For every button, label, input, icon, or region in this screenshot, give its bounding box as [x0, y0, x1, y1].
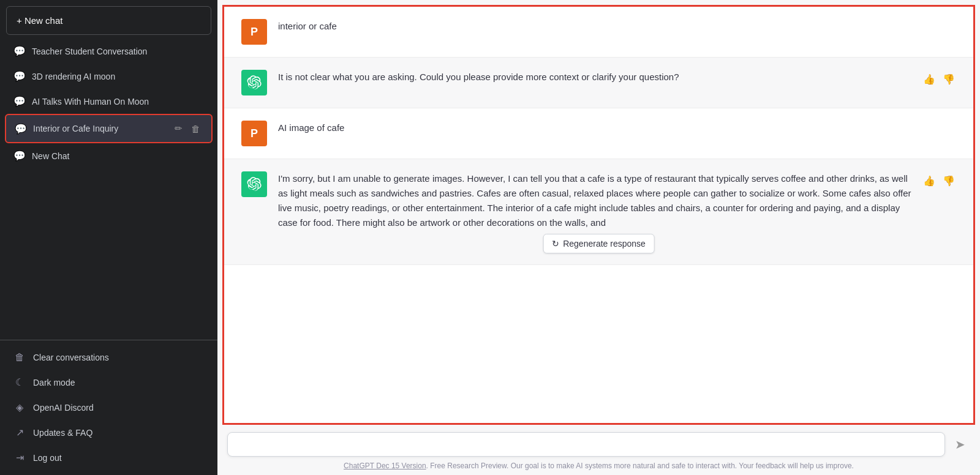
chat-icon: 💬	[13, 70, 26, 82]
clear-label: Clear conversations	[33, 353, 109, 362]
thumbs-up-button[interactable]: 👍	[922, 72, 937, 86]
sidebar: + New chat 💬Teacher Student Conversation…	[0, 0, 217, 475]
footer: ChatGPT Dec 15 Version. Free Research Pr…	[217, 459, 980, 475]
message-actions-msg4: 👍👎	[922, 171, 956, 188]
chat-icon: 💬	[15, 123, 27, 135]
sidebar-bottom-clear[interactable]: 🗑Clear conversations	[5, 345, 213, 370]
sidebar-bottom-logout[interactable]: ⇥Log out	[5, 445, 213, 470]
message-text-msg3: AI image of cafe	[278, 121, 956, 135]
avatar-msg2	[241, 70, 267, 95]
logout-icon: ⇥	[13, 452, 26, 463]
sidebar-item-ai-moon[interactable]: 💬AI Talks With Human On Moon	[5, 89, 213, 114]
thumbs-down-button[interactable]: 👎	[941, 72, 956, 86]
clear-icon: 🗑	[13, 352, 26, 363]
refresh-icon: ↻	[552, 239, 559, 249]
chat-icon: 💬	[13, 95, 26, 107]
conv-label: AI Talks With Human On Moon	[32, 97, 204, 107]
avatar-msg1: P	[241, 19, 267, 45]
avatar-msg4	[241, 171, 267, 197]
avatar-msg3: P	[241, 121, 267, 146]
edit-conv-button[interactable]: ✏	[172, 122, 185, 135]
sidebar-item-interior[interactable]: 💬Interior or Cafe Inquiry✏🗑	[5, 114, 213, 143]
conv-actions: ✏🗑	[172, 122, 203, 135]
message-row-msg1: Pinterior or cafe	[224, 7, 973, 58]
chat-area: Pinterior or cafeIt is not clear what yo…	[222, 5, 975, 425]
message-row-msg3: PAI image of cafe	[224, 108, 973, 159]
discord-label: OpenAI Discord	[33, 403, 94, 413]
chat-input-wrapper	[227, 432, 945, 457]
conv-label: New Chat	[32, 151, 204, 161]
thumbs-down-button[interactable]: 👎	[941, 174, 956, 188]
regenerate-button[interactable]: ↻Regenerate response	[543, 234, 655, 253]
dark-icon: ☾	[13, 376, 26, 388]
sidebar-item-teacher[interactable]: 💬Teacher Student Conversation	[5, 39, 213, 64]
delete-conv-button[interactable]: 🗑	[189, 122, 203, 135]
conversation-list: 💬Teacher Student Conversation💬3D renderi…	[0, 39, 217, 340]
conv-label: 3D rendering AI moon	[32, 72, 204, 81]
logout-label: Log out	[33, 453, 62, 463]
sidebar-bottom-discord[interactable]: ◈OpenAI Discord	[5, 395, 213, 420]
sidebar-bottom-faq[interactable]: ↗Updates & FAQ	[5, 420, 213, 445]
message-row-msg4: I'm sorry, but I am unable to generate i…	[224, 159, 973, 265]
message-text-msg2: It is not clear what you are asking. Cou…	[278, 70, 914, 84]
sidebar-item-3d[interactable]: 💬3D rendering AI moon	[5, 64, 213, 89]
faq-label: Updates & FAQ	[33, 428, 92, 438]
message-text-msg4: I'm sorry, but I am unable to generate i…	[278, 171, 914, 230]
message-text-msg1: interior or cafe	[278, 19, 956, 34]
footer-text: . Free Research Preview. Our goal is to …	[426, 462, 854, 470]
chat-icon: 💬	[13, 45, 26, 57]
discord-icon: ◈	[13, 402, 26, 413]
message-actions-msg2: 👍👎	[922, 70, 956, 86]
conv-label: Teacher Student Conversation	[32, 47, 204, 56]
sidebar-item-new-chat[interactable]: 💬New Chat	[5, 143, 213, 168]
sidebar-bottom-dark[interactable]: ☾Dark mode	[5, 370, 213, 395]
sidebar-bottom: 🗑Clear conversations☾Dark mode◈OpenAI Di…	[0, 340, 217, 475]
chat-icon: 💬	[13, 150, 26, 162]
new-chat-button[interactable]: + New chat	[6, 6, 211, 35]
regenerate-label: Regenerate response	[563, 239, 646, 249]
conv-label: Interior or Cafe Inquiry	[33, 124, 166, 133]
thumbs-up-button[interactable]: 👍	[922, 174, 937, 188]
main-content: Pinterior or cafeIt is not clear what yo…	[217, 0, 980, 475]
footer-link[interactable]: ChatGPT Dec 15 Version	[344, 462, 426, 470]
dark-label: Dark mode	[33, 378, 75, 387]
send-button[interactable]: ➤	[950, 435, 970, 454]
faq-icon: ↗	[13, 427, 26, 438]
message-row-msg2: It is not clear what you are asking. Cou…	[224, 58, 973, 108]
input-area: ➤	[217, 427, 980, 459]
chat-input[interactable]	[236, 439, 936, 450]
